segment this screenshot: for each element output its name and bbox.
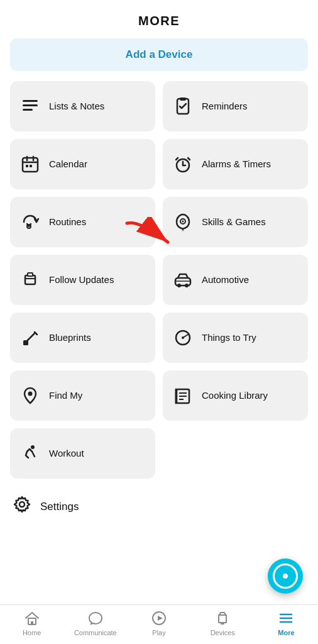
- nav-home[interactable]: Home: [0, 610, 63, 636]
- play-icon: [151, 610, 167, 626]
- bottom-navigation: Home Communicate Play Devices More: [0, 604, 318, 644]
- grid-row-5: Blueprints Things to Try: [0, 313, 318, 363]
- svg-rect-42: [31, 621, 33, 625]
- things-to-try-button[interactable]: Things to Try: [163, 313, 308, 363]
- svg-point-32: [182, 336, 184, 339]
- automotive-button[interactable]: Automotive: [163, 255, 308, 305]
- alexa-fab-button[interactable]: [268, 558, 303, 594]
- alarms-timers-label: Alarms & Timers: [202, 158, 271, 170]
- svg-rect-20: [25, 275, 35, 284]
- communicate-icon: [87, 610, 104, 626]
- skills-games-icon: [172, 211, 194, 233]
- automotive-icon: [172, 269, 194, 291]
- follow-updates-icon: [19, 269, 41, 291]
- svg-point-25: [185, 284, 189, 287]
- cooking-library-label: Cooking Library: [202, 389, 268, 402]
- svg-rect-0: [23, 100, 38, 102]
- svg-line-29: [35, 332, 37, 335]
- grid-row-7: Workout: [0, 428, 318, 479]
- find-my-icon: [19, 384, 41, 407]
- calendar-icon: [19, 153, 41, 175]
- workout-button[interactable]: Workout: [10, 428, 155, 479]
- svg-line-15: [188, 158, 190, 160]
- nav-communicate-label: Communicate: [74, 629, 117, 636]
- grid-row-3: Routines Skills & Games: [0, 197, 318, 247]
- nav-devices-label: Devices: [211, 629, 235, 636]
- page-title: MORE: [138, 14, 180, 28]
- alexa-dot: [283, 574, 288, 579]
- svg-rect-28: [23, 340, 28, 345]
- svg-point-33: [28, 392, 33, 396]
- lists-notes-icon: [19, 95, 41, 118]
- svg-point-40: [19, 502, 25, 507]
- svg-marker-44: [158, 616, 163, 621]
- blueprints-label: Blueprints: [49, 331, 91, 344]
- workout-icon: [19, 442, 41, 465]
- home-icon: [24, 610, 40, 626]
- svg-rect-2: [23, 109, 33, 111]
- skills-games-label: Skills & Games: [202, 216, 266, 228]
- nav-home-label: Home: [23, 629, 41, 636]
- svg-rect-1: [23, 104, 38, 106]
- svg-line-14: [176, 158, 178, 160]
- nav-more-label: More: [278, 629, 294, 636]
- settings-label: Settings: [40, 501, 79, 513]
- calendar-label: Calendar: [49, 158, 87, 170]
- grid-row-1: Lists & Notes Reminders: [0, 81, 318, 131]
- alarms-timers-icon: [172, 153, 194, 175]
- nav-communicate[interactable]: Communicate: [63, 610, 127, 636]
- follow-updates-label: Follow Updates: [49, 274, 114, 286]
- svg-rect-9: [26, 165, 28, 167]
- svg-point-18: [182, 221, 184, 223]
- lists-notes-label: Lists & Notes: [49, 100, 104, 113]
- alarms-timers-button[interactable]: Alarms & Timers: [163, 139, 308, 189]
- follow-updates-button[interactable]: Follow Updates: [10, 255, 155, 305]
- reminders-icon: [172, 95, 194, 118]
- workout-label: Workout: [49, 447, 84, 460]
- devices-icon: [214, 610, 231, 626]
- grid-row-4: Follow Updates Automotive: [0, 255, 318, 305]
- nav-play-label: Play: [152, 629, 165, 636]
- svg-rect-4: [180, 97, 186, 101]
- skills-games-button[interactable]: Skills & Games: [163, 197, 308, 247]
- svg-rect-10: [30, 165, 32, 167]
- find-my-label: Find My: [49, 389, 82, 402]
- find-my-button[interactable]: Find My: [10, 370, 155, 421]
- lists-notes-button[interactable]: Lists & Notes: [10, 81, 155, 131]
- page-header: MORE: [0, 0, 318, 38]
- calendar-button[interactable]: Calendar: [10, 139, 155, 189]
- alexa-inner-ring: [273, 564, 298, 589]
- grid-row-6: Find My Cooking Library: [0, 370, 318, 421]
- svg-rect-22: [28, 273, 33, 276]
- blueprints-icon: [19, 326, 41, 349]
- reminders-label: Reminders: [202, 100, 248, 113]
- grid-row-2: Calendar Alarms & Timers: [0, 139, 318, 189]
- more-icon: [278, 610, 294, 626]
- routines-label: Routines: [49, 216, 86, 228]
- cooking-library-icon: [172, 384, 194, 407]
- nav-devices[interactable]: Devices: [191, 610, 255, 636]
- cooking-library-button[interactable]: Cooking Library: [163, 370, 308, 421]
- settings-icon: [13, 495, 31, 518]
- svg-point-24: [177, 284, 181, 287]
- nav-play[interactable]: Play: [127, 610, 190, 636]
- routines-button[interactable]: Routines: [10, 197, 155, 247]
- svg-point-39: [31, 445, 35, 449]
- things-to-try-icon: [172, 326, 194, 349]
- add-device-label: Add a Device: [126, 48, 193, 60]
- automotive-label: Automotive: [202, 274, 249, 286]
- settings-item[interactable]: Settings: [0, 486, 318, 527]
- blueprints-button[interactable]: Blueprints: [10, 313, 155, 363]
- things-to-try-label: Things to Try: [202, 331, 256, 344]
- add-device-button[interactable]: Add a Device: [10, 38, 308, 71]
- routines-icon: [19, 211, 41, 233]
- nav-more[interactable]: More: [255, 610, 318, 636]
- reminders-button[interactable]: Reminders: [163, 81, 308, 131]
